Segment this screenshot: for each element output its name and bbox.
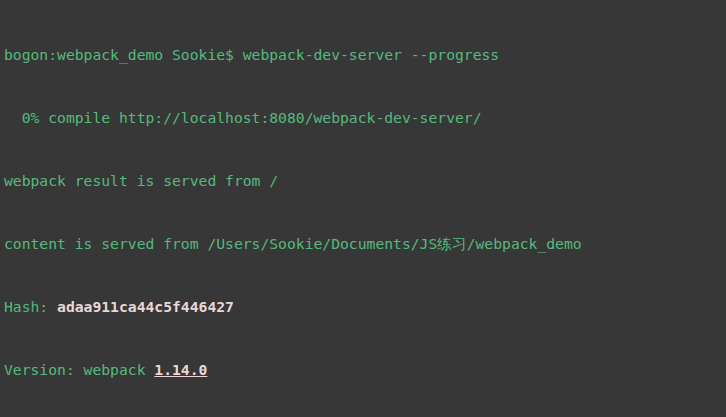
terminal-line-version: Version: webpack 1.14.0 (4, 359, 726, 380)
terminal-text-segment: webpack result is served from / (4, 172, 278, 189)
terminal-text-segment: 0% compile http://localhost:8080/webpack… (4, 109, 482, 126)
terminal-text-segment: bogon:webpack_demo Sookie$ webpack-dev-s… (4, 46, 499, 63)
terminal-line-content-served: content is served from /Users/Sookie/Doc… (4, 233, 726, 254)
terminal-line-hash: Hash: adaa911ca44c5f446427 (4, 296, 726, 317)
version-value: 1.14.0 (154, 361, 207, 378)
terminal-text-segment: content is served from /Users/Sookie/Doc… (4, 235, 582, 252)
terminal-window[interactable]: bogon:webpack_demo Sookie$ webpack-dev-s… (0, 0, 726, 417)
hash-label: Hash: (4, 298, 57, 315)
terminal-line-progress: 0% compile http://localhost:8080/webpack… (4, 107, 726, 128)
version-label: Version: webpack (4, 361, 154, 378)
terminal-line-prompt: bogon:webpack_demo Sookie$ webpack-dev-s… (4, 44, 726, 65)
terminal-line-result-served: webpack result is served from / (4, 170, 726, 191)
hash-value: adaa911ca44c5f446427 (57, 298, 234, 315)
